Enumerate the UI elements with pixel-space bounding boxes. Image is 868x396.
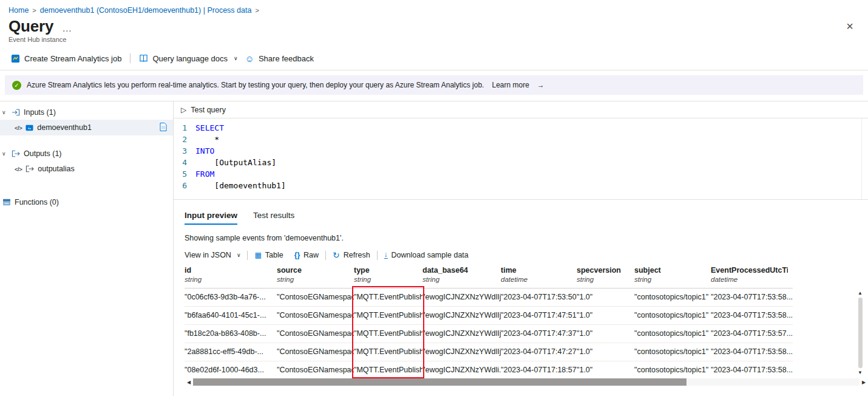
table-row[interactable]: "fb18c20a-b863-408b-..."ContosoEGNamespa… <box>185 324 793 343</box>
editor-scrollbar[interactable] <box>861 118 868 199</box>
table-row[interactable]: "2a8881cc-eff5-49db-..."ContosoEGNamespa… <box>185 343 793 361</box>
toolbar-divider <box>377 251 378 260</box>
horizontal-scroll-thumb[interactable] <box>193 378 687 386</box>
horizontal-scroll-track[interactable] <box>193 378 860 386</box>
table-cell: "2023-04-07T17:47:37.... <box>501 324 577 343</box>
learn-more-link[interactable]: Learn more <box>492 81 529 89</box>
column-name: time <box>501 266 572 275</box>
column-name: source <box>277 266 349 275</box>
column-name: data_base64 <box>422 266 496 275</box>
query-language-docs-button[interactable]: Query language docs ∨ <box>135 52 241 66</box>
download-sample-data-button[interactable]: ↓ Download sample data <box>384 251 469 259</box>
header-divider <box>0 70 868 70</box>
column-header-id[interactable]: idstring <box>185 266 277 288</box>
scroll-left-icon[interactable]: ◀ <box>185 380 193 385</box>
scroll-down-icon[interactable]: ▼ <box>858 370 863 375</box>
table-cell: "MQTT.EventPublished" <box>354 324 422 343</box>
code-text: FROM <box>195 168 214 180</box>
table-cell: "2023-04-07T17:18:57... <box>501 361 577 377</box>
sidebar-item-outputalias[interactable]: </> outputalias <box>0 161 173 177</box>
table-body: "0c06cf63-9d3b-4a76-..."ContosoEGNamespa… <box>185 288 793 377</box>
scroll-up-icon[interactable]: ▲ <box>858 290 863 296</box>
table-row[interactable]: "b6faa640-4101-45c1-..."ContosoEGNamespa… <box>185 306 793 324</box>
content-area: ∨ Inputs (1) </> demoeventhub1 ∨ <box>0 101 868 396</box>
sidebar: ∨ Inputs (1) </> demoeventhub1 ∨ <box>0 101 174 396</box>
query-page: Home > demoeventhub1 (ContosoEH1/demoeve… <box>0 0 868 396</box>
refresh-button[interactable]: ↻ Refresh <box>333 250 370 260</box>
table-cell: "contosotopics/topic1" <box>634 324 711 343</box>
share-feedback-button[interactable]: ☺ Share feedback <box>242 51 317 66</box>
input-item-label: demoeventhub1 <box>37 123 92 132</box>
table-row[interactable]: "08e02d6f-1000-46d3..."ContosoEGNamespac… <box>185 361 793 377</box>
play-icon: ▷ <box>181 106 186 114</box>
query-editor[interactable]: 1SELECT2 *3INTO4 [OutputAlias]5FROM6 [de… <box>174 118 868 200</box>
chevron-down-icon: ∨ <box>234 55 238 61</box>
table-cell: "1.0" <box>577 306 634 324</box>
table-cell: "ContosoEGNamespac... <box>277 288 354 306</box>
table-cell: "b6faa640-4101-45c1-... <box>185 306 277 324</box>
column-header-source[interactable]: sourcestring <box>277 266 354 288</box>
table-cell: "MQTT.EventPublished" <box>354 288 422 306</box>
sidebar-group-outputs[interactable]: ∨ Outputs (1) <box>0 146 173 161</box>
table-cell: "MQTT.EventPublished" <box>354 343 422 361</box>
column-header-EventProcessedUtcTime[interactable]: EventProcessedUtcTimedatetime <box>711 266 793 288</box>
table-view-button[interactable]: ▦ Table <box>254 251 283 259</box>
scroll-right-icon[interactable]: ▶ <box>860 380 868 385</box>
column-header-data_base64[interactable]: data_base64string <box>422 266 501 288</box>
column-header-time[interactable]: timedatetime <box>501 266 577 288</box>
outputs-group-label: Outputs (1) <box>24 149 62 158</box>
close-icon[interactable]: × <box>846 19 853 33</box>
vertical-scroll-thumb[interactable] <box>858 298 863 368</box>
vertical-scrollbar[interactable]: ▲ ▼ <box>856 290 864 375</box>
column-type: string <box>577 276 629 283</box>
table-view-label: Table <box>265 251 283 259</box>
line-number: 2 <box>174 134 195 145</box>
table-cell: "2023-04-07T17:47:51.... <box>501 306 577 324</box>
column-name: EventProcessedUtcTime <box>711 266 788 275</box>
sample-data-file-icon[interactable] <box>160 123 167 133</box>
test-query-button[interactable]: ▷ Test query <box>174 101 868 118</box>
table-cell: "MQTT.EventPublished" <box>354 361 422 377</box>
table-viewport: idstringsourcestringtypestringdata_base6… <box>185 266 868 377</box>
event-hub-icon <box>25 124 33 132</box>
code-text: * <box>195 134 219 145</box>
sidebar-item-demoeventhub1[interactable]: </> demoeventhub1 <box>0 120 173 135</box>
table-header-row: idstringsourcestringtypestringdata_base6… <box>185 266 793 288</box>
code-lines: 1SELECT2 *3INTO4 [OutputAlias]5FROM6 [de… <box>174 122 868 191</box>
code-line: 4 [OutputAlias] <box>174 157 868 168</box>
chevron-down-icon: ∨ <box>2 109 8 115</box>
table-row[interactable]: "0c06cf63-9d3b-4a76-..."ContosoEGNamespa… <box>185 288 793 306</box>
column-name: id <box>185 266 272 275</box>
code-line: 6 [demoeventhub1] <box>174 180 868 191</box>
sample-events-caption: Showing sample events from 'demoeventhub… <box>185 234 868 242</box>
code-line: 1SELECT <box>174 122 868 134</box>
code-line: 2 * <box>174 134 868 145</box>
horizontal-scrollbar[interactable]: ◀ ▶ <box>185 378 868 386</box>
more-menu-button[interactable]: … <box>62 23 72 34</box>
table-cell: "2023-04-07T17:47:27.... <box>501 343 577 361</box>
stream-analytics-icon <box>11 54 20 63</box>
sidebar-group-functions[interactable]: Functions (0) <box>0 195 173 210</box>
docs-label: Query language docs <box>152 54 228 63</box>
tab-input-preview[interactable]: Input preview <box>185 211 237 225</box>
sidebar-group-inputs[interactable]: ∨ Inputs (1) <box>0 105 173 120</box>
create-stream-analytics-job-button[interactable]: Create Stream Analytics job <box>7 52 125 66</box>
column-header-specversion[interactable]: specversionstring <box>577 266 634 288</box>
column-header-type[interactable]: typestring <box>354 266 422 288</box>
table-cell: "contosotopics/topic1" <box>634 361 711 377</box>
breadcrumb-process-data[interactable]: demoeventhub1 (ContosoEH1/demoeventhub1)… <box>40 6 252 15</box>
breadcrumb-home[interactable]: Home <box>8 6 29 15</box>
command-bar: Create Stream Analytics job Query langua… <box>0 47 868 70</box>
braces-icon: {} <box>294 251 300 259</box>
sample-events-table-area: idstringsourcestringtypestringdata_base6… <box>185 266 868 377</box>
command-bar-divider <box>130 53 131 63</box>
table-cell: "fb18c20a-b863-408b-... <box>185 324 277 343</box>
chevron-down-icon: ∨ <box>2 151 8 157</box>
column-header-subject[interactable]: subjectstring <box>634 266 711 288</box>
view-in-json-dropdown[interactable]: View in JSON ∨ <box>185 251 240 259</box>
outputs-icon <box>12 150 20 157</box>
table-cell: "contosotopics/topic1" <box>634 306 711 324</box>
table-cell: "2023-04-07T17:53:58... <box>711 306 793 324</box>
tab-test-results[interactable]: Test results <box>253 211 294 225</box>
raw-view-button[interactable]: {} Raw <box>294 251 319 259</box>
